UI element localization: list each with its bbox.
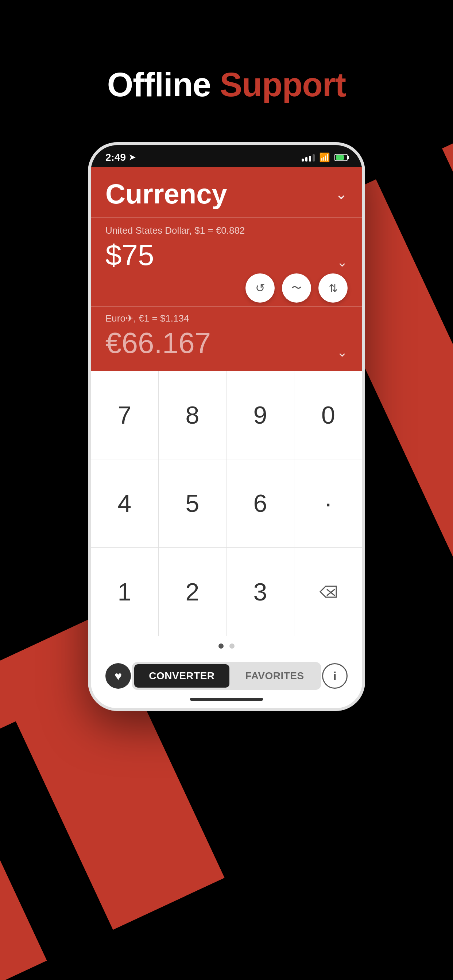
heart-icon: ♥ xyxy=(115,669,122,683)
graph-button[interactable]: 〜 xyxy=(282,274,311,302)
from-currency-amount: $75 xyxy=(105,239,348,272)
from-currency-label: United States Dollar, $1 = €0.882 xyxy=(105,225,348,236)
status-icons: 📶 xyxy=(301,153,348,162)
key-9[interactable]: 9 xyxy=(226,371,294,460)
info-button[interactable]: i xyxy=(322,663,348,689)
key-0[interactable]: 0 xyxy=(294,371,362,460)
key-3[interactable]: 3 xyxy=(226,547,294,636)
home-bar xyxy=(190,698,263,701)
key-4[interactable]: 4 xyxy=(91,460,159,548)
tab-favorites[interactable]: FAVORITES xyxy=(231,664,319,687)
home-indicator xyxy=(91,694,362,708)
key-2[interactable]: 2 xyxy=(159,547,226,636)
heart-button[interactable]: ♥ xyxy=(105,663,131,689)
tab-switcher: CONVERTER FAVORITES xyxy=(132,662,321,690)
signal-bar-2 xyxy=(305,157,308,162)
key-1[interactable]: 1 xyxy=(91,547,159,636)
headline-word1: Offline xyxy=(107,66,211,103)
key-backspace[interactable] xyxy=(294,547,362,636)
pagination-dots xyxy=(91,636,362,656)
graph-icon: 〜 xyxy=(292,281,301,295)
keypad-section: 7 8 9 0 4 5 6 · 1 2 3 xyxy=(91,371,362,656)
action-buttons-row: ↺ 〜 ⇅ xyxy=(91,274,362,302)
signal-bar-4 xyxy=(313,154,315,162)
key-6[interactable]: 6 xyxy=(226,460,294,548)
headline-word2: Support xyxy=(220,66,346,103)
wifi-icon: 📶 xyxy=(319,153,330,162)
currency-title-bar[interactable]: Currency ⌄ xyxy=(91,167,362,217)
info-icon: i xyxy=(333,669,336,683)
phone-mockup: 2:49 ➤ 📶 Cu xyxy=(88,142,365,711)
key-decimal[interactable]: · xyxy=(294,460,362,548)
pagination-dot-1 xyxy=(219,643,223,649)
from-currency-chevron-icon[interactable]: ⌄ xyxy=(337,255,348,270)
phone-frame: 2:49 ➤ 📶 Cu xyxy=(88,142,365,711)
pagination-dot-2 xyxy=(230,643,234,649)
battery-icon xyxy=(335,154,348,161)
keypad-grid: 7 8 9 0 4 5 6 · 1 2 3 xyxy=(91,371,362,636)
refresh-icon: ↺ xyxy=(255,281,265,295)
from-currency-row[interactable]: United States Dollar, $1 = €0.882 $75 ⌄ xyxy=(91,218,362,281)
status-time: 2:49 xyxy=(105,152,126,163)
status-bar: 2:49 ➤ 📶 xyxy=(91,145,362,167)
to-currency-label: Euro✈, €1 = $1.134 xyxy=(105,313,348,324)
signal-bar-3 xyxy=(309,156,311,162)
to-currency-row[interactable]: Euro✈, €1 = $1.134 €66.167 ⌄ xyxy=(91,307,362,371)
app-content: Currency ⌄ United States Dollar, $1 = €0… xyxy=(91,167,362,708)
key-5[interactable]: 5 xyxy=(159,460,226,548)
signal-bars-icon xyxy=(301,153,315,162)
signal-bar-1 xyxy=(301,159,304,162)
red-section: Currency ⌄ United States Dollar, $1 = €0… xyxy=(91,167,362,371)
key-7[interactable]: 7 xyxy=(91,371,159,460)
category-chevron-icon[interactable]: ⌄ xyxy=(335,186,348,202)
currency-category-title: Currency xyxy=(105,178,227,210)
location-icon: ➤ xyxy=(129,153,135,162)
swap-button[interactable]: ⇅ xyxy=(318,274,348,302)
headline: Offline Support xyxy=(0,65,453,104)
swap-icon: ⇅ xyxy=(329,282,338,294)
battery-fill xyxy=(336,155,344,160)
to-currency-chevron-icon[interactable]: ⌄ xyxy=(337,345,348,360)
key-8[interactable]: 8 xyxy=(159,371,226,460)
bottom-nav: ♥ CONVERTER FAVORITES i xyxy=(91,656,362,694)
backspace-icon xyxy=(319,585,338,599)
to-currency-amount: €66.167 xyxy=(105,326,348,360)
tab-converter[interactable]: CONVERTER xyxy=(134,664,229,687)
status-time-group: 2:49 ➤ xyxy=(105,152,135,163)
refresh-button[interactable]: ↺ xyxy=(246,274,274,302)
